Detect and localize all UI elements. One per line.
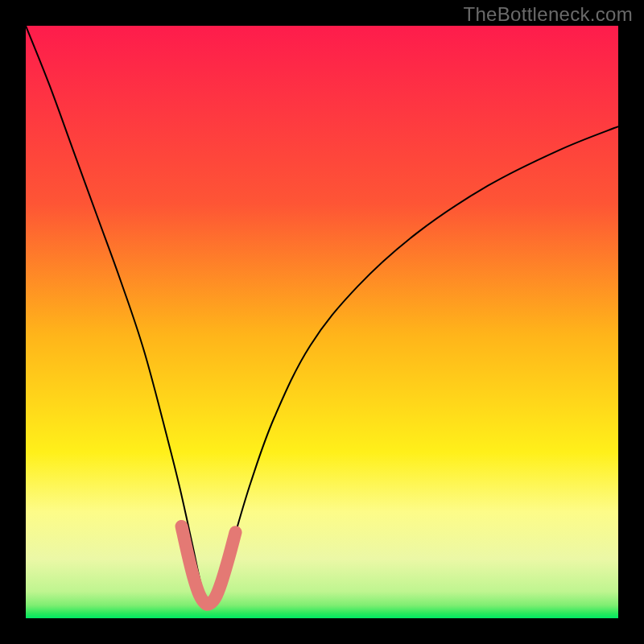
chart-background (26, 26, 618, 618)
plot-area (26, 26, 618, 618)
chart-frame: TheBottleneck.com (0, 0, 644, 644)
chart-svg (26, 26, 618, 618)
watermark-text: TheBottleneck.com (463, 3, 633, 26)
